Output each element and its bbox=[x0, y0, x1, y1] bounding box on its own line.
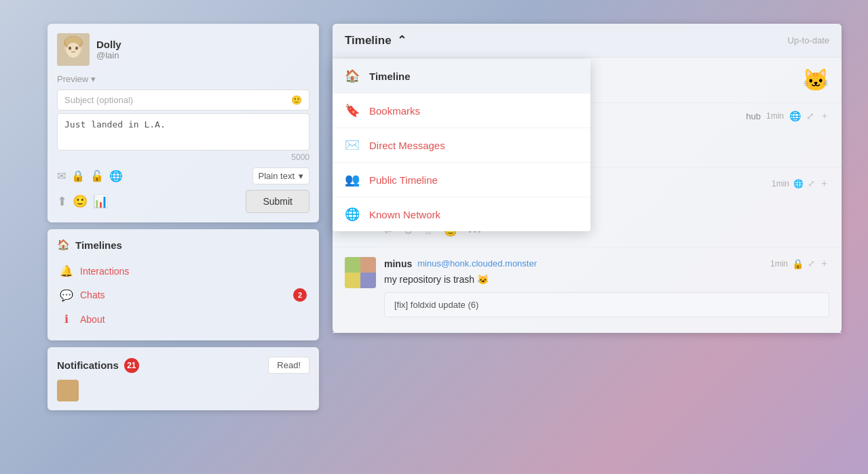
dropdown-dm-label: Direct Messages bbox=[369, 140, 445, 151]
submit-button[interactable]: Submit bbox=[246, 190, 309, 213]
left-panel: Dolly @lain Preview ▾ Subject (optional)… bbox=[48, 24, 319, 410]
post-minus: minus minus@honk.clouded.monster 1min 🔒 … bbox=[333, 248, 842, 333]
post-time-value-2: 1min bbox=[772, 179, 789, 189]
bell-icon: 🔔 bbox=[60, 264, 73, 277]
chats-badge: 2 bbox=[293, 288, 307, 302]
post-content-3: minus minus@honk.clouded.monster 1min 🔒 … bbox=[384, 257, 829, 323]
dropdown-item-bookmarks[interactable]: 🔖 Bookmarks bbox=[333, 94, 590, 128]
globe-icon[interactable]: 🌐 bbox=[109, 170, 123, 182]
external-icon-2[interactable]: ⤢ bbox=[808, 178, 815, 189]
dropdown-public-label: Public Timeline bbox=[369, 174, 438, 186]
linked-post-3[interactable]: [fix] foldxid update (6) bbox=[384, 292, 829, 317]
dropdown-bookmarks-label: Bookmarks bbox=[369, 105, 420, 117]
nav-item-about[interactable]: ℹ About bbox=[57, 307, 309, 331]
add-hub-icon[interactable]: ＋ bbox=[820, 110, 829, 122]
post-text-3: my repository is trash 🐱 bbox=[384, 273, 829, 287]
timeline-header: Timeline ⌃ Up-to-date 🏠 Timeline 🔖 Bookm… bbox=[333, 24, 842, 58]
cat-emoji: 🐱 bbox=[802, 67, 829, 93]
globe-hub-icon[interactable]: 🌐 bbox=[789, 111, 801, 121]
notifications-title: Notifications 21 bbox=[57, 358, 139, 373]
nav-item-chats[interactable]: 💬 Chats 2 bbox=[57, 283, 309, 307]
emoji-picker-icon[interactable]: 🙂 bbox=[73, 194, 88, 209]
timelines-label: Timelines bbox=[75, 239, 122, 251]
interactions-label: Interactions bbox=[80, 266, 307, 277]
notification-avatars bbox=[57, 380, 309, 401]
post-hub-time: 1min bbox=[766, 111, 784, 121]
post-time-value-3: 1min bbox=[770, 259, 788, 269]
timeline-dropdown: 🏠 Timeline 🔖 Bookmarks ✉️ Direct Message… bbox=[333, 59, 590, 231]
user-display-name: Dolly bbox=[96, 39, 121, 50]
timeline-label: Timeline bbox=[345, 34, 392, 47]
dropdown-item-direct-messages[interactable]: ✉️ Direct Messages bbox=[333, 128, 590, 163]
globe-dropdown-icon: 🌐 bbox=[345, 207, 360, 222]
chats-label: Chats bbox=[80, 290, 286, 300]
format-select: Plain text ▾ bbox=[252, 167, 309, 184]
external-icon-3[interactable]: ⤢ bbox=[808, 258, 815, 269]
user-handle: @lain bbox=[96, 50, 121, 60]
compose-card: Dolly @lain Preview ▾ Subject (optional)… bbox=[48, 24, 319, 222]
dropdown-item-known-network[interactable]: 🌐 Known Network bbox=[333, 197, 590, 231]
lock-post-icon-3: 🔒 bbox=[792, 258, 804, 269]
nav-item-interactions[interactable]: 🔔 Interactions bbox=[57, 259, 309, 283]
format-label: Plain text bbox=[259, 171, 295, 181]
svg-point-4 bbox=[67, 43, 80, 58]
timeline-title-button[interactable]: Timeline ⌃ bbox=[345, 33, 407, 47]
subject-placeholder: Subject (optional) bbox=[64, 95, 133, 105]
post-name-3: minus bbox=[384, 258, 412, 269]
message-input[interactable]: Just landed in L.A. bbox=[57, 113, 309, 151]
external-hub-icon[interactable]: ⤢ bbox=[806, 111, 814, 121]
about-label: About bbox=[80, 314, 307, 325]
lock-icon[interactable]: 🔒 bbox=[71, 170, 85, 182]
post-time-3: 1min 🔒 ⤢ ＋ bbox=[770, 257, 829, 270]
emoji-icon[interactable]: 🙂 bbox=[291, 95, 302, 105]
compose-toolbar: ✉ 🔒 🔓 🌐 Plain text ▾ bbox=[57, 167, 309, 184]
preview-button[interactable]: Preview ▾ bbox=[57, 74, 96, 84]
mail-dropdown-icon: ✉️ bbox=[345, 138, 360, 153]
upload-icon[interactable]: ⬆ bbox=[57, 194, 67, 209]
notifications-badge: 21 bbox=[124, 358, 139, 373]
add-icon-3[interactable]: ＋ bbox=[819, 257, 829, 270]
info-icon: ℹ bbox=[60, 313, 73, 325]
post-hub-name: hub bbox=[746, 111, 761, 121]
home-dropdown-icon: 🏠 bbox=[345, 68, 360, 83]
lock-alt-icon[interactable]: 🔓 bbox=[90, 170, 104, 182]
read-button[interactable]: Read! bbox=[268, 357, 309, 374]
chevron-down-icon: ▾ bbox=[91, 74, 96, 84]
chevron-up-icon: ⌃ bbox=[397, 33, 407, 47]
dropdown-timeline-label: Timeline bbox=[369, 71, 411, 82]
nav-card: 🏠 Timelines 🔔 Interactions 💬 Chats 2 ℹ A… bbox=[48, 229, 319, 340]
svg-point-6 bbox=[75, 47, 78, 50]
dropdown-item-timeline[interactable]: 🏠 Timeline bbox=[333, 59, 590, 94]
preview-label: Preview bbox=[57, 74, 88, 84]
avatar-image bbox=[57, 33, 90, 66]
dropdown-arrow-icon: ▾ bbox=[299, 171, 303, 181]
avatar bbox=[57, 33, 90, 66]
globe-icon-2[interactable]: 🌐 bbox=[793, 179, 804, 189]
right-panel: Timeline ⌃ Up-to-date 🏠 Timeline 🔖 Bookm… bbox=[333, 24, 842, 333]
notifications-header: Notifications 21 Read! bbox=[57, 357, 309, 374]
group-dropdown-icon: 👥 bbox=[345, 172, 360, 187]
mail-icon[interactable]: ✉ bbox=[57, 170, 66, 182]
up-to-date-status: Up-to-date bbox=[788, 35, 829, 45]
post-time-2: 1min 🌐 ⤢ ＋ bbox=[772, 177, 829, 190]
post-header-3: minus minus@honk.clouded.monster 1min 🔒 … bbox=[384, 257, 829, 270]
format-dropdown[interactable]: Plain text ▾ bbox=[252, 167, 309, 184]
timelines-section-title: 🏠 Timelines bbox=[57, 239, 309, 251]
compose-actions: ⬆ 🙂 📊 Submit bbox=[57, 190, 309, 213]
subject-input-wrapper: Subject (optional) 🙂 bbox=[57, 90, 309, 111]
chart-icon[interactable]: 📊 bbox=[93, 194, 108, 209]
notif-avatar bbox=[57, 380, 79, 401]
notifications-card: Notifications 21 Read! bbox=[48, 347, 319, 410]
add-icon-2[interactable]: ＋ bbox=[819, 177, 829, 190]
chat-icon: 💬 bbox=[60, 289, 73, 302]
dropdown-item-public-timeline[interactable]: 👥 Public Timeline bbox=[333, 163, 590, 197]
dropdown-known-label: Known Network bbox=[369, 209, 440, 220]
svg-point-5 bbox=[69, 47, 71, 50]
user-info: Dolly @lain bbox=[57, 33, 309, 66]
post-handle-3[interactable]: minus@honk.clouded.monster bbox=[417, 258, 537, 269]
home-icon: 🏠 bbox=[57, 239, 70, 251]
post-avatar-3 bbox=[345, 257, 376, 288]
notifications-label: Notifications bbox=[57, 359, 119, 371]
char-count: 5000 bbox=[57, 153, 309, 162]
preview-row: Preview ▾ bbox=[57, 74, 309, 84]
